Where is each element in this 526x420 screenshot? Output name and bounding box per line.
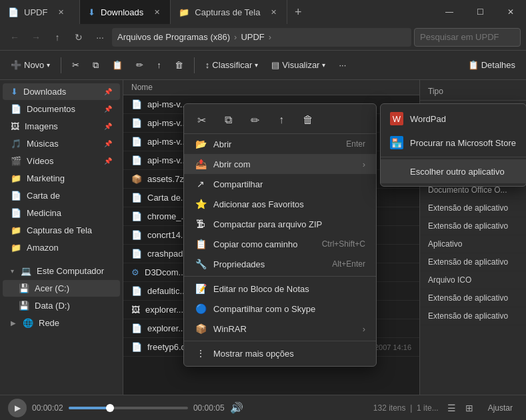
col-header-name[interactable]: Nome <box>131 83 411 92</box>
sidebar-item-imagens[interactable]: 🖼 Imagens 📌 <box>3 118 120 135</box>
media-progress-bar[interactable] <box>69 407 188 409</box>
file-icon: 🖼 <box>131 305 140 315</box>
ctx-share-button[interactable]: ↑ <box>272 111 291 129</box>
musicas-icon: 🎵 <box>11 139 21 149</box>
sidebar-item-musicas[interactable]: 🎵 Músicas 📌 <box>3 135 120 152</box>
videos-pin-icon: 📌 <box>104 157 112 165</box>
sidebar-computer[interactable]: ▾ 💻 Este Computador <box>3 263 120 279</box>
right-panel-item: Aplicativo <box>420 235 526 253</box>
volume-icon[interactable]: 🔊 <box>230 401 243 414</box>
delete-button[interactable]: 🗑 <box>169 55 189 76</box>
file-icon: 📄 <box>131 249 142 259</box>
ctx-more-options-item[interactable]: ⋮ Mostrar mais opções <box>184 343 376 363</box>
breadcrumb[interactable]: Arquivos de Programas (x86) › UPDF › <box>112 28 411 47</box>
ctx-cut-button[interactable]: ✂ <box>192 111 211 129</box>
sort-button[interactable]: ↕ Classificar ▾ <box>200 55 263 76</box>
sidebar-amazon-label: Amazon <box>27 243 59 253</box>
sidebar-item-medicina[interactable]: 📄 Medicina <box>3 205 120 221</box>
ctx-open-with-item[interactable]: 📤 Abrir com › <box>184 154 376 174</box>
ctx-winrar-item[interactable]: 📦 WinRAR › <box>184 319 376 339</box>
tab-downloads-label: Downloads <box>101 7 143 17</box>
tab-updf-close[interactable]: ✕ <box>55 7 66 17</box>
sidebar-item-marketing[interactable]: 📁 Marketing <box>3 170 120 187</box>
details-button[interactable]: 📋 Detalhes <box>463 55 521 76</box>
ctx-copy-path-shortcut: Ctrl+Shift+C <box>322 239 365 249</box>
ctx-winrar-icon: 📦 <box>195 323 207 334</box>
paste-button[interactable]: 📋 <box>107 55 128 76</box>
close-button[interactable]: ✕ <box>495 0 526 24</box>
list-view-button[interactable]: ☰ <box>444 400 460 416</box>
ctx-delete-button[interactable]: 🗑 <box>299 111 317 129</box>
right-panel-item: Extensão de aplicativo <box>420 307 526 325</box>
ctx-open-shortcut: Enter <box>346 139 365 149</box>
refresh-button[interactable]: ↻ <box>69 28 88 47</box>
minimize-button[interactable]: — <box>434 0 465 24</box>
ctx-notepad-item[interactable]: 📝 Editar no Bloco de Notas <box>184 279 376 299</box>
ctx-sep-2 <box>184 341 376 341</box>
adjust-button[interactable]: Ajustar <box>483 402 518 414</box>
ctx-properties-label: Propriedades <box>213 259 325 269</box>
tab-updf[interactable]: 📄 UPDF ✕ <box>0 0 80 24</box>
breadcrumb-segment-2[interactable]: UPDF <box>241 32 264 42</box>
submenu-choose-app[interactable]: Escolher outro aplicativo <box>381 159 526 183</box>
submenu-wordpad[interactable]: W WordPad <box>381 107 526 131</box>
file-icon: 📄 <box>131 193 142 203</box>
ctx-open-item[interactable]: 📂 Abrir Enter <box>184 134 376 154</box>
documentos-pin-icon: 📌 <box>104 105 112 113</box>
media-play-button[interactable]: ▶ <box>8 399 27 417</box>
downloads-pin-icon: 📌 <box>104 88 112 95</box>
view-button[interactable]: ▤ Visualizar ▾ <box>266 55 331 76</box>
tab-capturas[interactable]: 📁 Capturas de Tela ✕ <box>171 0 287 24</box>
ctx-favorites-item[interactable]: ⭐ Adicionar aos Favoritos <box>184 194 376 214</box>
paste-icon: 📋 <box>112 60 123 70</box>
sidebar-item-carta[interactable]: 📄 Carta de <box>3 187 120 204</box>
maximize-button[interactable]: ☐ <box>465 0 495 24</box>
view-label: Visualizar <box>282 60 319 70</box>
ctx-properties-item[interactable]: 🔧 Propriedades Alt+Enter <box>184 254 376 274</box>
sidebar-item-downloads[interactable]: ⬇ Downloads 📌 <box>3 83 120 100</box>
copy-button[interactable]: ⧉ <box>87 55 104 76</box>
sidebar-documentos-label: Documentos <box>27 104 75 114</box>
tab-capturas-close[interactable]: ✕ <box>268 7 279 17</box>
ctx-copy-path-item[interactable]: 📋 Copiar como caminho Ctrl+Shift+C <box>184 234 376 254</box>
ctx-skype-label: Compartilhar com o Skype <box>213 304 365 314</box>
sidebar-item-documentos[interactable]: 📄 Documentos 📌 <box>3 101 120 117</box>
acer-drive-icon: 💾 <box>19 283 29 293</box>
submenu-store[interactable]: 🏪 Procurar na Microsoft Store <box>381 131 526 155</box>
tab-downloads-icon: ⬇ <box>88 7 95 17</box>
ctx-rename-button[interactable]: ✏ <box>245 111 264 129</box>
forward-button[interactable]: → <box>27 28 45 47</box>
sidebar-rede[interactable]: ▶ 🌐 Rede <box>3 315 120 331</box>
ctx-share-item[interactable]: ↗ Compartilhar <box>184 174 376 194</box>
back-button[interactable]: ← <box>5 28 24 47</box>
sidebar-item-capturas[interactable]: 📁 Capturas de Tela <box>3 222 120 239</box>
toolbar-sep-1 <box>61 57 61 73</box>
wordpad-icon: W <box>390 112 403 125</box>
tab-updf-icon: 📄 <box>8 7 19 17</box>
sidebar-computer-label: Este Computador <box>37 266 104 276</box>
ctx-zip-item[interactable]: 🗜 Compactar para arquivo ZIP <box>184 214 376 234</box>
more-button[interactable]: ··· <box>333 55 351 76</box>
rename-button[interactable]: ✏ <box>131 55 149 76</box>
grid-view-button[interactable]: ⊞ <box>461 400 477 416</box>
ctx-sep-1 <box>184 276 376 277</box>
novo-button[interactable]: ➕ Novo ▾ <box>5 55 55 76</box>
sidebar-item-videos[interactable]: 🎬 Vídeos 📌 <box>3 153 120 169</box>
cut-button[interactable]: ✂ <box>67 55 85 76</box>
ctx-copy-button[interactable]: ⧉ <box>219 111 237 129</box>
sidebar-item-amazon[interactable]: 📁 Amazon <box>3 239 120 256</box>
right-panel-item: Arquivo ICO <box>420 271 526 289</box>
share-button[interactable]: ↑ <box>151 55 167 76</box>
musicas-pin-icon: 📌 <box>104 140 112 147</box>
tab-downloads[interactable]: ⬇ Downloads ✕ <box>80 0 171 24</box>
up-button[interactable]: ↑ <box>48 28 67 47</box>
address-more-button[interactable]: ··· <box>91 28 109 47</box>
search-input[interactable] <box>414 28 521 47</box>
breadcrumb-segment-1[interactable]: Arquivos de Programas (x86) <box>117 32 230 42</box>
media-progress-thumb[interactable] <box>106 404 114 412</box>
ctx-skype-item[interactable]: 🔵 Compartilhar com o Skype <box>184 299 376 319</box>
sidebar-drive-acer[interactable]: 💾 Acer (C:) <box>3 280 120 297</box>
sidebar-drive-data[interactable]: 💾 Data (D:) <box>3 297 120 314</box>
tab-new-button[interactable]: + <box>287 0 309 24</box>
tab-downloads-close[interactable]: ✕ <box>151 7 162 17</box>
